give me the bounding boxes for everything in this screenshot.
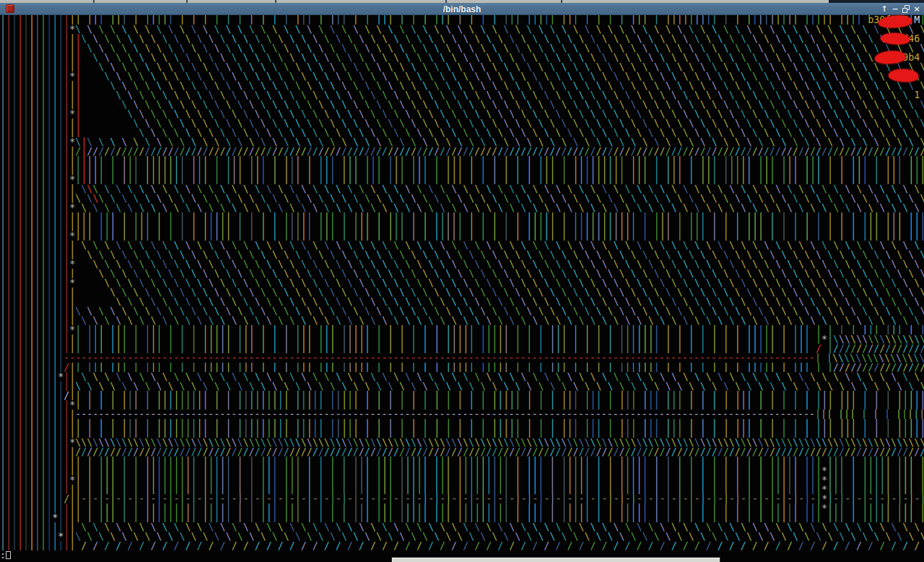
terminal-screen[interactable]: |||||||||||||| ||| ||| | ||||| | | | | |…	[0, 15, 924, 562]
background-taskbar-fragment[interactable]	[391, 557, 720, 562]
window-title-bar[interactable]: /bin/bash ↑ − ×	[0, 3, 924, 15]
minimize-button[interactable]: −	[891, 4, 899, 14]
terminal-cursor	[6, 551, 11, 559]
window-controls: ↑ − ×	[880, 4, 921, 14]
window-title: /bin/bash	[0, 4, 924, 15]
shade-button[interactable]: ↑	[880, 4, 889, 14]
git-graph-output: |||||||||||||| ||| ||| | ||||| | | | | |…	[0, 15, 924, 560]
close-button[interactable]: ×	[912, 4, 921, 14]
restore-icon-front	[902, 8, 907, 13]
restore-button[interactable]	[902, 4, 910, 14]
